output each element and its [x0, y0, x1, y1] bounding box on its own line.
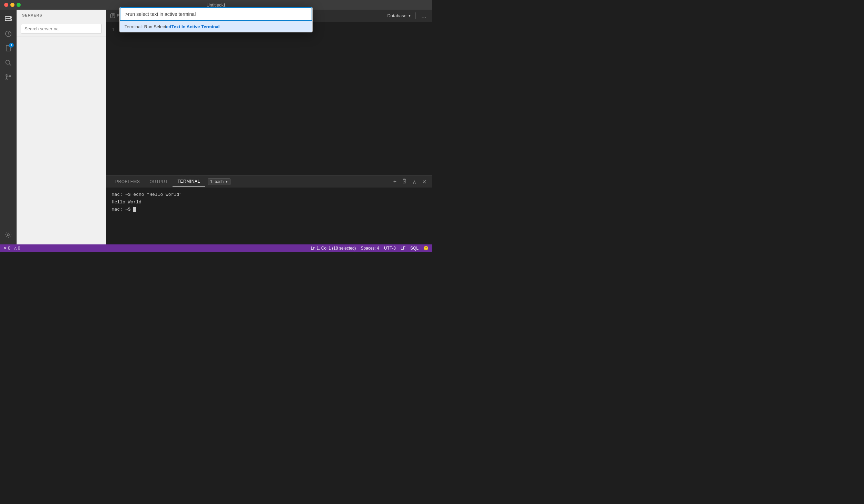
status-encoding[interactable]: UTF-8 — [384, 246, 396, 251]
status-language[interactable]: SQL — [410, 246, 419, 251]
terminal-selector-chevron: ▼ — [225, 180, 228, 183]
activity-git[interactable] — [1, 70, 15, 84]
svg-point-8 — [6, 79, 7, 80]
traffic-lights — [4, 3, 21, 7]
encoding-text: UTF-8 — [384, 246, 396, 251]
svg-point-5 — [6, 60, 10, 64]
toggle-terminal-button[interactable]: ∧ — [411, 178, 418, 186]
line-number-1: 1 — [106, 27, 120, 32]
activity-bar: 1 — [0, 10, 17, 244]
position-text: Ln 1, Col 1 (18 selected) — [311, 246, 356, 251]
activity-settings[interactable] — [1, 228, 15, 242]
status-errors[interactable]: ✕ 0 — [3, 246, 10, 251]
command-input-wrap — [120, 7, 312, 21]
terminal-selector[interactable]: 1: bash ▼ — [208, 178, 230, 185]
status-left: ✕ 0 △ 0 — [3, 246, 20, 251]
terminal-content[interactable]: mac: ~$ echo "Hello World" Hello World m… — [106, 188, 432, 244]
minimize-button[interactable] — [10, 3, 14, 7]
editor-area[interactable]: 1 echo "Hello world" — [106, 22, 432, 175]
svg-point-7 — [6, 74, 7, 76]
tab-problems[interactable]: PROBLEMS — [110, 177, 145, 186]
smiley-icon: 🙂 — [423, 246, 429, 251]
terminal-line-3: mac: ~$ — [112, 206, 426, 213]
command-palette[interactable]: Terminal: Run Selected Text In Active Te… — [119, 7, 313, 32]
status-position[interactable]: Ln 1, Col 1 (18 selected) — [311, 246, 356, 251]
status-bar: ✕ 0 △ 0 Ln 1, Col 1 (18 selected) Spaces… — [0, 244, 432, 252]
files-badge: 1 — [9, 43, 14, 48]
activity-files[interactable]: 1 — [1, 41, 15, 55]
svg-line-6 — [9, 64, 11, 65]
sidebar-header: SERVERS — [17, 10, 106, 21]
maximize-button[interactable] — [17, 3, 21, 7]
tab-output[interactable]: OUTPUT — [145, 177, 173, 186]
activity-search[interactable] — [1, 56, 15, 70]
sidebar: SERVERS — [17, 10, 106, 244]
new-terminal-button[interactable]: + — [392, 178, 398, 185]
delete-terminal-button[interactable] — [401, 178, 408, 185]
database-selector[interactable]: Database ▼ — [387, 13, 411, 18]
terminal-selector-label: 1: bash — [210, 179, 224, 184]
database-chevron: ▼ — [408, 14, 411, 18]
close-button[interactable] — [4, 3, 8, 7]
status-smiley[interactable]: 🙂 — [423, 246, 429, 251]
sidebar-content — [17, 37, 106, 244]
sidebar-search-input[interactable] — [21, 24, 102, 34]
close-terminal-button[interactable]: ✕ — [421, 178, 428, 186]
activity-history[interactable] — [1, 27, 15, 41]
more-button[interactable]: ... — [420, 12, 428, 19]
error-count: 0 — [8, 246, 10, 251]
svg-point-11 — [7, 234, 9, 236]
warning-icon: △ — [14, 246, 17, 251]
result-bold-ed: ed — [166, 24, 171, 29]
terminal-actions: + ∧ ✕ — [392, 178, 428, 186]
terminal-panel: PROBLEMS OUTPUT TERMINAL 1: bash ▼ + — [106, 175, 432, 244]
terminal-line-2: Hello World — [112, 199, 426, 206]
result-prefix: Terminal: — [125, 24, 143, 29]
result-run: Run Select — [144, 24, 166, 29]
spaces-text: Spaces: 4 — [361, 246, 379, 251]
status-right: Ln 1, Col 1 (18 selected) Spaces: 4 UTF-… — [311, 246, 429, 251]
line-ending-text: LF — [401, 246, 405, 251]
activity-servers[interactable] — [1, 12, 15, 26]
svg-rect-16 — [403, 180, 406, 183]
language-text: SQL — [410, 246, 419, 251]
database-label: Database — [387, 13, 406, 18]
command-result-item[interactable]: Terminal: Run Selected Text In Active Te… — [120, 21, 312, 32]
sidebar-search-container — [17, 21, 106, 37]
error-icon: ✕ — [3, 246, 7, 251]
terminal-line-1: mac: ~$ echo "Hello World" — [112, 191, 426, 198]
status-warnings[interactable]: △ 0 — [14, 246, 20, 251]
result-bold-text: Text In Active Terminal — [171, 24, 220, 29]
svg-point-3 — [10, 20, 11, 20]
status-spaces[interactable]: Spaces: 4 — [361, 246, 379, 251]
command-results: Terminal: Run Selected Text In Active Te… — [120, 21, 312, 32]
tab-terminal[interactable]: TERMINAL — [173, 177, 205, 187]
warning-count: 0 — [18, 246, 20, 251]
terminal-tabs-bar: PROBLEMS OUTPUT TERMINAL 1: bash ▼ + — [106, 176, 432, 188]
svg-point-2 — [10, 17, 11, 18]
command-palette-input[interactable] — [120, 7, 312, 21]
status-line-ending[interactable]: LF — [401, 246, 405, 251]
main-area: Explain Database ▼ ... 1 echo "Hello wor… — [106, 10, 432, 244]
